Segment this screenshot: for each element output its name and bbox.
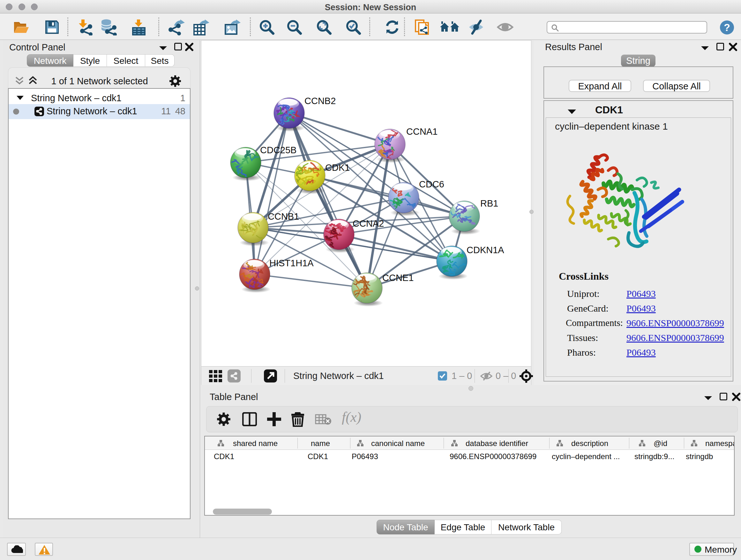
svg-text:CDKN1A: CDKN1A <box>467 245 504 255</box>
svg-text:CDK1: CDK1 <box>325 163 350 173</box>
svg-text:CCNE1: CCNE1 <box>382 273 414 283</box>
svg-text:CCNA2: CCNA2 <box>353 219 384 229</box>
svg-text:RB1: RB1 <box>480 198 498 208</box>
svg-text:HIST1H1A: HIST1H1A <box>269 258 314 268</box>
svg-text:CCNB2: CCNB2 <box>305 96 336 106</box>
svg-text:CCNA1: CCNA1 <box>406 126 437 137</box>
svg-text:CDC6: CDC6 <box>419 179 444 189</box>
svg-text:CDC25B: CDC25B <box>260 145 296 155</box>
svg-text:CCNB1: CCNB1 <box>268 211 299 222</box>
